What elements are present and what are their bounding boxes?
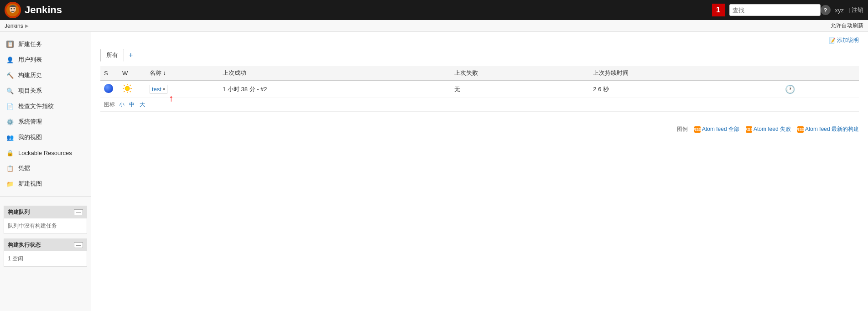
logo-text: Jenkins	[25, 4, 62, 16]
job-weather-cell	[119, 80, 146, 98]
col-header-s: S	[100, 66, 119, 80]
build-queue-title: 构建队列	[8, 208, 30, 216]
sidebar-item-label: 检查文件指纹	[18, 102, 54, 110]
build-exec-title: 构建执行状态	[8, 241, 41, 249]
sidebar-item-new-task[interactable]: 📋 新建任务	[0, 36, 91, 52]
sidebar-item-user-list[interactable]: 👤 用户列表	[0, 52, 91, 67]
header-right: xyz | 注销	[835, 6, 864, 14]
job-dropdown-icon[interactable]: ▾	[163, 87, 165, 92]
col-header-last-success: 上次成功	[219, 66, 451, 80]
svg-line-12	[130, 91, 131, 93]
col-header-last-fail: 上次失败	[451, 66, 589, 80]
svg-line-14	[124, 91, 125, 93]
job-last-duration-cell: 2 6 秒	[589, 80, 781, 98]
jobs-table: S W 名称 ↓ 上次成功 上次失败 上次持续时间	[100, 66, 859, 112]
col-header-name[interactable]: 名称 ↓	[146, 66, 219, 80]
feed-links: 图例 RSS Atom feed 全部 RSS Atom feed 失败 RSS…	[100, 125, 859, 133]
build-exec-count: 1 空闲	[8, 255, 23, 262]
svg-text:📋: 📋	[7, 41, 14, 47]
check-fingerprint-icon: 📄	[5, 102, 15, 111]
my-view-icon: 👥	[5, 133, 15, 142]
auto-refresh-link[interactable]: 允许自动刷新	[831, 22, 863, 30]
icon-size-small[interactable]: 小	[119, 101, 125, 108]
sidebar-item-lockable-resources[interactable]: 🔒 Lockable Resources	[0, 145, 91, 161]
main-content: 📝 添加说明 所有 + S W 名称 ↓ 上次成功 上次失败 上次持续时间	[91, 32, 868, 311]
build-exec-content: 1 空闲	[4, 251, 87, 266]
sidebar-item-label: 系统管理	[18, 118, 42, 126]
schedule-icon: 🕐	[785, 85, 795, 94]
breadcrumb-root[interactable]: Jenkins	[5, 23, 23, 29]
atom-feed-fail-link[interactable]: RSS Atom feed 失败	[746, 125, 791, 133]
job-extra-cell: 🕐	[781, 80, 859, 98]
red-arrow-annotation: ↑	[169, 93, 173, 103]
sidebar-item-label: 我的视图	[18, 133, 42, 141]
job-name-link[interactable]: test ▾	[150, 85, 167, 93]
rss-icon-latest: RSS	[797, 126, 804, 133]
user-link[interactable]: xyz	[835, 7, 844, 14]
add-desc-label: 添加说明	[837, 36, 859, 44]
system-admin-icon: ⚙️	[5, 117, 15, 126]
sidebar-item-label: 新建视图	[18, 180, 42, 188]
sidebar-item-check-fingerprint[interactable]: 📄 检查文件指纹	[0, 98, 91, 114]
job-name-cell: test ▾ ↑	[146, 80, 219, 98]
build-queue-header[interactable]: 构建队列 —	[4, 206, 87, 218]
sidebar-item-label: 项目关系	[18, 87, 42, 95]
job-last-success-cell: 1 小时 38 分 - #2	[219, 80, 451, 98]
sidebar-item-project-relation[interactable]: 🔍 项目关系	[0, 83, 91, 98]
sidebar-item-new-view[interactable]: 📁 新建视图	[0, 176, 91, 192]
sidebar-item-label: 用户列表	[18, 56, 42, 64]
breadcrumb-separator: ▶	[25, 23, 29, 28]
table-header-row: S W 名称 ↓ 上次成功 上次失败 上次持续时间	[100, 66, 859, 80]
col-header-extra	[781, 66, 859, 80]
logout-link[interactable]: | 注销	[848, 6, 863, 14]
table-row: test ▾ ↑ 1 小时 38 分 - #2 无 2 6 秒 🕐	[100, 80, 859, 98]
svg-line-11	[124, 85, 125, 86]
icon-size-label: 图标	[104, 101, 115, 108]
rss-icon-all: RSS	[694, 126, 701, 133]
icon-size-medium[interactable]: 中	[129, 101, 135, 108]
status-ball-icon	[104, 84, 113, 93]
add-desc-icon: 📝	[829, 37, 836, 44]
build-queue-content: 队列中没有构建任务	[4, 218, 87, 233]
add-tab-button[interactable]: +	[126, 50, 135, 60]
job-last-fail-cell: 无	[451, 80, 589, 98]
atom-feed-all-link[interactable]: RSS Atom feed 全部	[694, 125, 739, 133]
col-header-last-duration: 上次持续时间	[589, 66, 781, 80]
svg-point-3	[14, 8, 15, 10]
header: Jenkins 1 ? xyz | 注销	[0, 0, 868, 20]
header-search	[729, 4, 821, 16]
project-relation-icon: 🔍	[5, 86, 15, 95]
tabs-area: 所有 +	[100, 49, 859, 62]
sidebar-item-label: 凭据	[18, 164, 30, 172]
sidebar-item-system-admin[interactable]: ⚙️ 系统管理	[0, 114, 91, 130]
atom-feed-all-label: Atom feed 全部	[702, 125, 739, 133]
sidebar-item-label: 构建历史	[18, 71, 42, 79]
atom-feed-fail-label: Atom feed 失败	[754, 125, 791, 133]
build-queue-empty-msg: 队列中没有构建任务	[8, 223, 57, 229]
help-button[interactable]: ?	[821, 5, 831, 15]
sidebar-item-credentials[interactable]: 📋 凭据	[0, 161, 91, 176]
layout: 📋 新建任务 👤 用户列表 🔨 构建历史 🔍 项目关系 📄 检查文件指纹 ⚙️ …	[0, 32, 868, 311]
build-queue-box: 构建队列 — 队列中没有构建任务	[4, 206, 87, 234]
sidebar-item-build-history[interactable]: 🔨 构建历史	[0, 67, 91, 83]
new-view-icon: 📁	[5, 179, 15, 188]
svg-point-6	[125, 86, 130, 91]
build-queue-minimize[interactable]: —	[74, 209, 83, 215]
tab-all[interactable]: 所有	[100, 49, 124, 62]
sidebar-item-my-view[interactable]: 👥 我的视图	[0, 130, 91, 145]
search-input[interactable]	[729, 4, 821, 16]
job-name-text: test	[152, 86, 161, 93]
jenkins-logo[interactable]: Jenkins	[5, 2, 62, 18]
credentials-icon: 📋	[5, 164, 15, 173]
weather-icon	[122, 83, 132, 93]
icon-size-large[interactable]: 大	[140, 101, 145, 108]
add-description-link[interactable]: 📝 添加说明	[829, 36, 859, 44]
sidebar-item-label: Lockable Resources	[18, 150, 72, 156]
build-exec-header[interactable]: 构建执行状态 —	[4, 239, 87, 251]
build-exec-minimize[interactable]: —	[74, 242, 83, 248]
atom-feed-latest-link[interactable]: RSS Atom feed 最新的构建	[797, 125, 859, 133]
notification-badge[interactable]: 1	[712, 4, 725, 16]
col-header-w: W	[119, 66, 146, 80]
new-task-icon: 📋	[5, 40, 15, 49]
svg-line-13	[130, 85, 131, 86]
